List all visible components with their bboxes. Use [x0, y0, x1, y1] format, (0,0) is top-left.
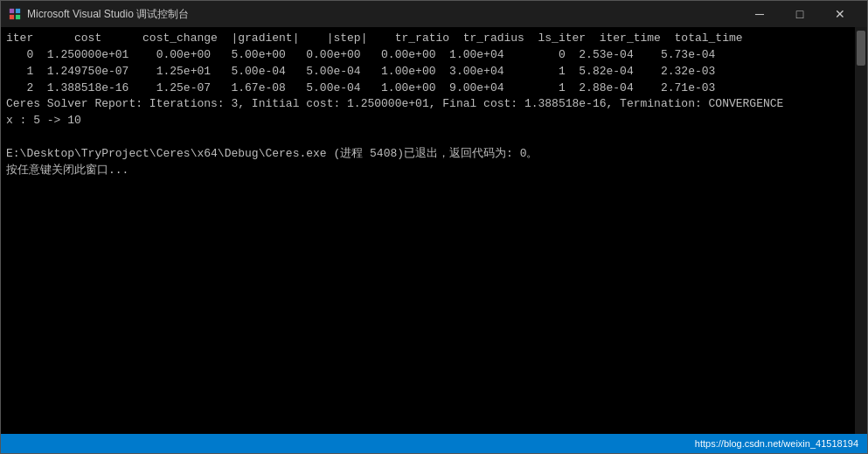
console-header: iter cost cost_change |gradient| |step| …: [6, 31, 743, 45]
main-window: Microsoft Visual Studio 调试控制台 ─ □ ✕ iter…: [0, 0, 868, 454]
scrollbar-thumb[interactable]: [857, 31, 865, 66]
maximize-button[interactable]: □: [780, 1, 820, 27]
svg-rect-3: [16, 15, 20, 19]
console-output: iter cost cost_change |gradient| |step| …: [6, 31, 862, 179]
app-icon: [8, 7, 22, 21]
svg-rect-0: [10, 9, 14, 13]
console-row-0: 0 1.250000e+01 0.00e+00 5.00e+00 0.00e+0…: [6, 48, 715, 61]
console-body: iter cost cost_change |gradient| |step| …: [1, 27, 867, 434]
exit-line: E:\Desktop\TryProject\Ceres\x64\Debug\Ce…: [6, 147, 538, 160]
svg-rect-2: [10, 15, 14, 19]
title-bar: Microsoft Visual Studio 调试控制台 ─ □ ✕: [1, 1, 867, 27]
svg-rect-1: [16, 9, 20, 13]
status-bar: https://blog.csdn.net/weixin_41518194: [1, 434, 867, 453]
solver-report: Ceres Solver Report: Iterations: 3, Init…: [6, 97, 783, 110]
scrollbar[interactable]: [855, 27, 867, 434]
console-row-2: 2 1.388518e-16 1.25e-07 1.67e-08 5.00e-0…: [6, 81, 715, 94]
console-row-1: 1 1.249750e-07 1.25e+01 5.00e-04 5.00e-0…: [6, 65, 715, 78]
url-display: https://blog.csdn.net/weixin_41518194: [695, 438, 858, 449]
window-controls: ─ □ ✕: [740, 1, 860, 27]
close-button[interactable]: ✕: [820, 1, 860, 27]
window-title: Microsoft Visual Studio 调试控制台: [27, 7, 740, 22]
minimize-button[interactable]: ─: [740, 1, 780, 27]
press-key-line: 按任意键关闭此窗口...: [6, 164, 128, 177]
result-line: x : 5 -> 10: [6, 114, 81, 127]
